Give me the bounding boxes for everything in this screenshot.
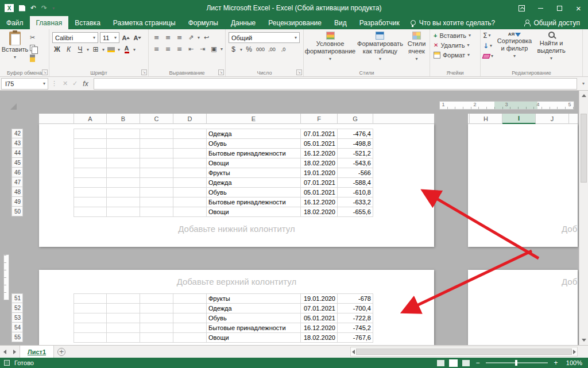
sheet-tab-active[interactable]: Лист1 [20, 346, 54, 358]
accounting-dropdown-icon[interactable]: ▾ [240, 47, 242, 52]
font-dialog-launcher[interactable]: ↘ [141, 69, 147, 75]
save-icon[interactable] [19, 5, 25, 11]
paste-button[interactable]: Вставить ▾ [1, 30, 29, 65]
increase-indent-icon[interactable]: ⇥ [198, 44, 207, 54]
horizontal-scrollbar[interactable] [350, 347, 578, 357]
decrease-decimal-icon[interactable]: ,0 [278, 44, 288, 55]
cell-empty[interactable] [140, 313, 173, 323]
cell-item[interactable]: Одежда [207, 178, 301, 188]
cell-empty[interactable] [140, 178, 173, 188]
align-bottom-icon[interactable]: ≡ [175, 32, 184, 42]
cell-empty[interactable] [173, 304, 207, 313]
align-center-icon[interactable]: ≡ [163, 44, 173, 54]
zoom-level[interactable]: 100% [564, 359, 582, 366]
cell-item[interactable]: Обувь [207, 313, 301, 323]
wrap-text-icon[interactable]: ↩ [202, 32, 211, 42]
cell-empty[interactable] [140, 139, 173, 149]
cell-empty[interactable] [74, 304, 107, 313]
cell-empty[interactable] [173, 313, 207, 323]
cell-item[interactable]: Бытовые принадлежности [207, 149, 301, 158]
underline-button[interactable]: Ч [75, 44, 85, 55]
increase-decimal-icon[interactable]: ,00 [267, 44, 277, 55]
font-name-combo[interactable]: Calibri ▾ [52, 32, 98, 43]
cell-empty[interactable] [107, 294, 140, 304]
footer-placeholder[interactable]: Добавьте нижний колонтитул [39, 224, 434, 234]
format-cells-button[interactable]: Формат ▾ [431, 50, 479, 60]
align-middle-icon[interactable]: ≡ [163, 32, 173, 42]
cell-date[interactable]: 05.01.2021 [301, 313, 338, 323]
percent-style-icon[interactable]: % [244, 44, 254, 55]
accounting-format-icon[interactable]: $ [229, 44, 238, 55]
insert-cells-button[interactable]: + Вставить ▾ [431, 30, 479, 40]
redo-icon[interactable]: ↷ [41, 5, 47, 11]
row-header[interactable]: 55 [11, 332, 23, 342]
tab-page-layout[interactable]: Разметка страницы [107, 16, 182, 29]
delete-cells-button[interactable]: ✕ Удалить ▾ [431, 40, 479, 50]
cell-empty[interactable] [173, 197, 207, 207]
align-left-icon[interactable]: ≡ [152, 44, 161, 54]
cell-empty[interactable] [140, 129, 173, 139]
borders-icon[interactable]: ⊞ [91, 44, 100, 55]
cell-empty[interactable] [107, 149, 140, 158]
cell-empty[interactable] [140, 149, 173, 158]
cell-empty[interactable] [107, 188, 140, 197]
row-header[interactable]: 45 [11, 158, 23, 168]
cell-empty[interactable] [107, 207, 140, 217]
cell-empty[interactable] [74, 188, 107, 197]
confirm-entry-icon[interactable]: ✓ [70, 80, 80, 87]
cell-empty[interactable] [74, 129, 107, 139]
column-header-i-active[interactable]: I [502, 114, 536, 124]
cell-item[interactable]: Обувь [207, 188, 301, 197]
row-header[interactable]: 42 [11, 129, 23, 138]
header-placeholder[interactable]: Добавьте верхний колонтитул [39, 277, 434, 286]
share-button[interactable]: Общий доступ [524, 16, 588, 29]
row-header[interactable]: 47 [11, 177, 23, 187]
cell-item[interactable]: Бытовые принадлежности [207, 197, 301, 207]
cell-empty[interactable] [140, 294, 173, 304]
cell-date[interactable]: 16.12.2020 [301, 323, 338, 333]
cell-empty[interactable] [74, 333, 107, 343]
scroll-down-icon[interactable] [582, 339, 586, 342]
cell-empty[interactable] [140, 188, 173, 197]
row-header[interactable]: 52 [11, 303, 23, 313]
cut-icon[interactable]: ✂ [30, 33, 37, 42]
borders-dropdown-icon[interactable]: ▾ [102, 47, 105, 52]
fill-button[interactable]: ↓▾ [482, 41, 494, 51]
cell-empty[interactable] [107, 197, 140, 207]
column-header-j[interactable]: J [536, 114, 569, 124]
format-as-table-button[interactable]: Форматировать как таблицу ▾ [355, 30, 405, 69]
zoom-slider[interactable] [486, 362, 548, 363]
cell-value[interactable]: -566 [338, 168, 373, 178]
font-color-dropdown-icon[interactable]: ▾ [133, 47, 136, 52]
cell-value[interactable]: -745,2 [338, 323, 373, 333]
cell-item[interactable]: Бытовые принадлежности [207, 323, 301, 333]
orientation-icon[interactable]: ⇗ [186, 32, 196, 42]
tab-insert[interactable]: Вставка [68, 16, 107, 29]
scroll-up-icon[interactable] [582, 94, 586, 97]
cell-value[interactable]: -767,6 [338, 333, 373, 343]
maximize-button[interactable] [550, 0, 569, 16]
zoom-slider-thumb[interactable] [515, 360, 517, 366]
format-painter-icon[interactable] [30, 53, 37, 63]
cell-empty[interactable] [107, 323, 140, 333]
cell-date[interactable]: 07.01.2021 [301, 178, 338, 188]
column-header-e[interactable]: E [207, 114, 301, 124]
comma-style-icon[interactable]: 000 [256, 44, 265, 55]
cell-empty[interactable] [173, 158, 207, 168]
cell-empty[interactable] [173, 207, 207, 217]
excel-app-icon[interactable]: X [5, 4, 14, 12]
alignment-dialog-launcher[interactable]: ↘ [218, 69, 224, 75]
cell-empty[interactable] [74, 207, 107, 217]
decrease-indent-icon[interactable]: ⇤ [186, 44, 196, 54]
align-top-icon[interactable]: ≡ [152, 32, 161, 42]
cell-value[interactable]: -722,8 [338, 313, 373, 323]
cell-empty[interactable] [173, 178, 207, 188]
customize-qat-icon[interactable]: ▾ [52, 6, 55, 11]
column-header-d[interactable]: D [173, 114, 207, 124]
cell-empty[interactable] [107, 313, 140, 323]
row-header[interactable]: 44 [11, 148, 23, 158]
fill-color-icon[interactable] [106, 44, 116, 55]
cell-empty[interactable] [74, 323, 107, 333]
number-format-combo[interactable]: Общий ▾ [229, 32, 300, 43]
cell-value[interactable]: -610,8 [338, 188, 373, 197]
